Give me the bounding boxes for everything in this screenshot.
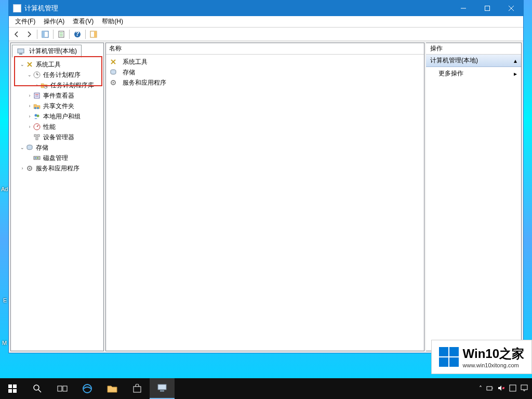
services-icon — [25, 164, 34, 172]
tools-icon — [25, 60, 34, 69]
menu-file[interactable]: 文件(F) — [11, 16, 39, 27]
expand-icon[interactable]: › — [26, 124, 33, 129]
edge-browser-button[interactable] — [75, 378, 100, 399]
svg-rect-44 — [13, 384, 17, 388]
actions-more-label: 更多操作 — [438, 69, 463, 78]
show-hide-tree-button[interactable] — [39, 29, 51, 40]
svg-rect-15 — [19, 54, 22, 55]
svg-point-25 — [34, 107, 36, 109]
maximize-button[interactable] — [475, 1, 499, 16]
list-item-system-tools[interactable]: 系统工具 — [108, 57, 422, 67]
svg-rect-49 — [58, 386, 62, 391]
list-header-name[interactable]: 名称 — [106, 43, 424, 55]
ime-icon[interactable] — [509, 384, 516, 393]
tree-label: 任务计划程序 — [43, 71, 81, 79]
help-button[interactable]: ? — [72, 29, 83, 40]
forward-button[interactable] — [23, 29, 35, 40]
expand-icon[interactable]: › — [34, 83, 40, 88]
action-center-icon[interactable] — [521, 384, 528, 393]
tree-root-tab[interactable]: 计算机管理(本地) — [12, 45, 82, 58]
watermark-brand-suffix: 之家 — [499, 347, 524, 361]
collapse-icon[interactable]: ▴ — [514, 57, 517, 64]
svg-rect-52 — [134, 387, 141, 392]
storage-icon — [25, 143, 34, 152]
titlebar[interactable]: 计算机管理 — [9, 1, 523, 16]
file-explorer-button[interactable] — [100, 378, 125, 399]
expand-icon[interactable]: › — [26, 114, 33, 119]
svg-rect-32 — [37, 135, 39, 137]
tree-node-local-users[interactable]: › 本地用户和组 — [12, 111, 102, 122]
watermark-url: www.win10xitong.com — [463, 362, 524, 368]
collapse-icon[interactable]: ⌄ — [19, 145, 25, 150]
taskbar[interactable]: ˄ — [0, 378, 532, 399]
properties-button[interactable] — [56, 29, 67, 40]
collapse-icon[interactable]: ⌄ — [19, 62, 25, 67]
expand-icon[interactable]: › — [26, 93, 33, 98]
minimize-button[interactable] — [451, 1, 475, 16]
list-pane: 名称 系统工具 存储 服务和应用程序 — [105, 43, 424, 351]
shared-folder-icon — [33, 102, 41, 110]
network-icon[interactable] — [486, 384, 494, 393]
tree-label: 事件查看器 — [43, 91, 74, 100]
svg-line-48 — [38, 390, 41, 392]
svg-text:?: ? — [75, 31, 79, 37]
tree-node-storage[interactable]: ⌄ 存储 — [12, 142, 102, 153]
tree-label: 任务计划程序库 — [50, 81, 94, 90]
start-button[interactable] — [0, 378, 25, 399]
tree-label: 系统工具 — [36, 60, 61, 69]
watermark-brand: Win10 — [463, 347, 499, 361]
svg-rect-50 — [63, 386, 67, 391]
svg-point-47 — [34, 385, 39, 390]
menu-help[interactable]: 帮助(H) — [98, 16, 127, 27]
system-tray[interactable]: ˄ — [479, 384, 532, 393]
tree-label: 存储 — [36, 143, 48, 152]
menu-action[interactable]: 操作(A) — [39, 16, 69, 27]
content-area: 计算机管理(本地) ⌄ 系统工具 ⌄ 任务计划程序 › 任务计划 — [9, 41, 523, 353]
list-item-label: 服务和应用程序 — [123, 78, 166, 87]
tree-node-services-apps[interactable]: › 服务和应用程序 — [12, 163, 102, 174]
expand-icon[interactable]: › — [19, 166, 25, 171]
list-item-storage[interactable]: 存储 — [108, 67, 422, 77]
menu-view[interactable]: 查看(V) — [69, 16, 98, 27]
tree-node-performance[interactable]: › 性能 — [12, 122, 102, 132]
actions-group-header[interactable]: 计算机管理(本地) ▴ — [426, 55, 521, 67]
svg-point-39 — [29, 168, 31, 169]
performance-icon — [33, 123, 41, 131]
tree-node-device-manager[interactable]: 设备管理器 — [12, 132, 102, 142]
tree-node-task-scheduler[interactable]: ⌄ 任务计划程序 — [12, 70, 102, 80]
tray-overflow-icon[interactable]: ˄ — [479, 385, 482, 392]
tree-node-event-viewer[interactable]: › 事件查看器 — [12, 90, 102, 101]
close-button[interactable] — [499, 1, 523, 16]
tree-node-shared-folders[interactable]: › 共享文件夹 — [12, 101, 102, 111]
tree-node-disk-management[interactable]: 磁盘管理 — [12, 153, 102, 163]
svg-point-42 — [113, 82, 114, 84]
svg-rect-37 — [37, 157, 38, 158]
expand-icon[interactable]: › — [26, 103, 33, 109]
tree-node-system-tools[interactable]: ⌄ 系统工具 — [12, 59, 102, 70]
show-hide-action-pane-button[interactable] — [88, 29, 99, 40]
tree-node-task-scheduler-library[interactable]: › 任务计划程序库 — [12, 80, 102, 90]
actions-more[interactable]: 更多操作 ▸ — [426, 67, 521, 80]
svg-rect-14 — [18, 49, 24, 53]
svg-point-26 — [37, 107, 39, 109]
app-icon — [13, 4, 21, 12]
desktop-label: Ad — [1, 186, 8, 192]
task-view-button[interactable] — [50, 378, 75, 399]
list-item-services-apps[interactable]: 服务和应用程序 — [108, 77, 422, 88]
tree-label: 设备管理器 — [43, 133, 74, 142]
library-icon — [40, 81, 48, 89]
store-button[interactable] — [125, 378, 150, 399]
back-button[interactable] — [11, 29, 22, 40]
svg-rect-45 — [8, 389, 12, 393]
svg-rect-46 — [13, 389, 17, 393]
collapse-icon[interactable]: ⌄ — [26, 72, 33, 77]
windows-logo-icon — [439, 347, 459, 367]
list-item-label: 系统工具 — [123, 58, 148, 66]
tree-label: 性能 — [43, 123, 56, 131]
search-button[interactable] — [25, 378, 50, 399]
actions-pane: 操作 计算机管理(本地) ▴ 更多操作 ▸ — [426, 43, 522, 351]
computer-management-taskbar-button[interactable] — [150, 378, 175, 399]
volume-muted-icon[interactable] — [498, 384, 505, 393]
chevron-right-icon: ▸ — [514, 70, 517, 77]
svg-rect-13 — [94, 31, 97, 37]
